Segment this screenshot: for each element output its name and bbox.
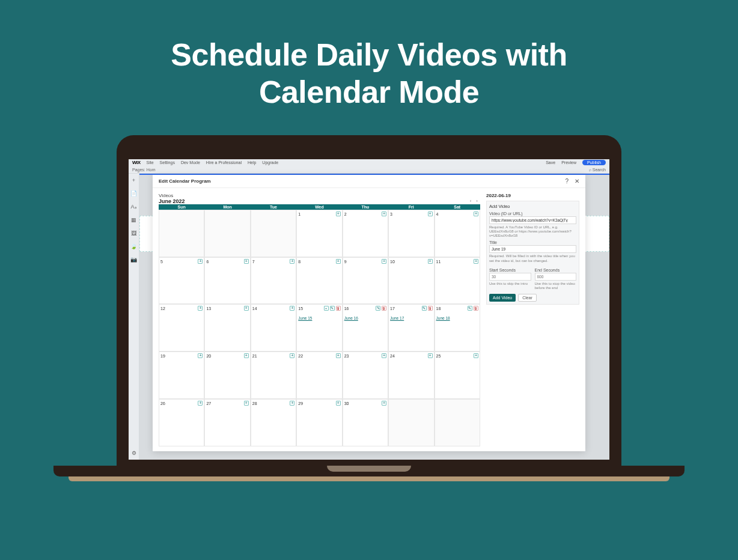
sidebar-text-icon[interactable]: Aₐ — [131, 204, 137, 210]
calendar-cell[interactable]: 23+ — [343, 352, 388, 399]
modal-close-icon[interactable]: ✕ — [575, 178, 579, 184]
add-video-icon[interactable]: + — [244, 401, 249, 406]
start-seconds-input[interactable] — [489, 273, 531, 281]
add-video-icon[interactable]: + — [198, 306, 203, 311]
add-video-icon[interactable]: + — [474, 259, 478, 264]
event-label[interactable]: June 17 — [390, 316, 432, 320]
edit-icon[interactable]: ✎ — [330, 306, 335, 311]
add-video-icon[interactable]: + — [244, 353, 249, 358]
publish-button[interactable]: Publish — [582, 160, 606, 165]
add-video-icon[interactable]: + — [290, 306, 294, 311]
calendar-cell[interactable]: 29+ — [296, 399, 342, 446]
prev-month-button[interactable]: ‹ — [468, 198, 474, 204]
calendar-cell[interactable]: 20+ — [204, 352, 250, 399]
next-month-button[interactable]: › — [474, 198, 480, 204]
menu-help[interactable]: Help — [248, 160, 256, 165]
pages-breadcrumb[interactable]: Pages: Hom — [132, 168, 156, 172]
delete-icon[interactable]: 🗑 — [428, 306, 433, 311]
calendar-cell[interactable]: 5+ — [159, 257, 204, 305]
add-video-icon[interactable]: + — [198, 259, 203, 264]
add-video-icon[interactable]: + — [290, 353, 294, 358]
add-video-icon[interactable]: + — [198, 353, 203, 358]
calendar-cell[interactable]: 28+ — [251, 399, 296, 446]
calendar-cell[interactable]: 2+ — [343, 210, 388, 257]
calendar-cell[interactable]: 25+ — [435, 352, 480, 399]
calendar-cell[interactable]: 8+ — [296, 257, 342, 305]
calendar-cell[interactable]: 17✎🗑June 17 — [388, 304, 434, 352]
clear-button[interactable]: Clear — [518, 294, 537, 302]
event-label[interactable]: June 16 — [344, 316, 386, 320]
calendar-cell[interactable]: 10+ — [388, 257, 434, 305]
calendar-cell[interactable]: 26+ — [159, 399, 204, 446]
add-video-icon[interactable]: + — [382, 401, 386, 406]
calendar-cell[interactable]: 6+ — [204, 257, 250, 305]
search-label[interactable]: Search — [593, 168, 606, 172]
add-video-icon[interactable]: + — [336, 401, 341, 406]
calendar-cell[interactable]: 1+ — [296, 210, 342, 257]
delete-icon[interactable]: 🗑 — [382, 306, 386, 311]
add-video-icon[interactable]: + — [382, 212, 386, 216]
menu-site[interactable]: Site — [147, 160, 154, 165]
calendar-cell[interactable]: 12+ — [159, 304, 204, 352]
video-id-input[interactable] — [489, 216, 576, 224]
event-label[interactable]: June 18 — [436, 316, 478, 320]
add-video-icon[interactable]: + — [382, 259, 386, 264]
add-video-icon[interactable]: + — [324, 306, 329, 311]
menu-devmode[interactable]: Dev Mode — [181, 160, 200, 165]
day-number: 15 — [298, 306, 303, 311]
add-video-icon[interactable]: + — [428, 212, 433, 216]
add-video-icon[interactable]: + — [336, 212, 341, 216]
add-video-icon[interactable]: + — [244, 259, 249, 264]
calendar-cell[interactable]: 15+✎🗑June 15 — [296, 304, 342, 352]
event-label[interactable]: June 15 — [298, 316, 340, 320]
calendar-cell[interactable]: 11+ — [435, 257, 480, 305]
title-input[interactable] — [489, 245, 576, 253]
calendar-cell[interactable]: 14+ — [251, 304, 296, 352]
menu-hire[interactable]: Hire a Professional — [206, 160, 242, 165]
save-link[interactable]: Save — [546, 160, 555, 165]
add-video-icon[interactable]: + — [290, 259, 294, 264]
add-video-icon[interactable]: + — [474, 212, 478, 216]
add-video-icon[interactable]: + — [290, 401, 294, 406]
add-video-icon[interactable]: + — [336, 259, 341, 264]
sidebar-leaf-icon[interactable]: 🍃 — [131, 243, 137, 249]
add-video-button[interactable]: Add Video — [489, 294, 516, 302]
sidebar-gear-icon[interactable]: ⚙ — [131, 450, 137, 456]
menu-settings[interactable]: Settings — [160, 160, 175, 165]
add-video-icon[interactable]: + — [382, 353, 386, 358]
calendar-cell[interactable]: 27+ — [204, 399, 250, 446]
calendar-cell[interactable]: 19+ — [159, 352, 204, 399]
calendar-cell[interactable]: 4+ — [435, 210, 480, 257]
calendar-cell[interactable]: 13+ — [204, 304, 250, 352]
calendar-cell[interactable]: 9+ — [343, 257, 388, 305]
add-video-icon[interactable]: + — [244, 306, 249, 311]
edit-icon[interactable]: ✎ — [422, 306, 427, 311]
add-video-icon[interactable]: + — [336, 353, 341, 358]
end-seconds-input[interactable] — [535, 273, 577, 281]
sidebar-page-icon[interactable]: 📄 — [131, 190, 137, 196]
delete-icon[interactable]: 🗑 — [336, 306, 341, 311]
add-video-icon[interactable]: + — [428, 353, 433, 358]
calendar-cell[interactable]: 16✎🗑June 16 — [343, 304, 388, 352]
edit-icon[interactable]: ✎ — [376, 306, 380, 311]
add-video-icon[interactable]: + — [474, 353, 478, 358]
sidebar-apps-icon[interactable]: ▦ — [131, 217, 137, 223]
calendar-cell[interactable]: 24+ — [388, 352, 434, 399]
add-video-icon[interactable]: + — [198, 401, 203, 406]
sidebar-add-icon[interactable]: + — [131, 177, 137, 183]
calendar-cell[interactable]: 7+ — [251, 257, 296, 305]
modal-help-icon[interactable]: ? — [565, 178, 569, 184]
edit-icon[interactable]: ✎ — [468, 306, 472, 311]
calendar-cell[interactable]: 3+ — [388, 210, 434, 257]
calendar-cell[interactable]: 18✎🗑June 18 — [435, 304, 480, 352]
calendar-cell[interactable]: 22+ — [296, 352, 342, 399]
search-icon[interactable]: ⌕ — [589, 168, 591, 172]
calendar-cell[interactable]: 30+ — [343, 399, 388, 446]
calendar-cell[interactable]: 21+ — [251, 352, 296, 399]
delete-icon[interactable]: 🗑 — [474, 306, 478, 311]
preview-link[interactable]: Preview — [561, 160, 576, 165]
menu-upgrade[interactable]: Upgrade — [262, 160, 278, 165]
sidebar-camera-icon[interactable]: 📷 — [131, 257, 137, 263]
sidebar-media-icon[interactable]: 🖼 — [131, 230, 137, 236]
add-video-icon[interactable]: + — [428, 259, 433, 264]
